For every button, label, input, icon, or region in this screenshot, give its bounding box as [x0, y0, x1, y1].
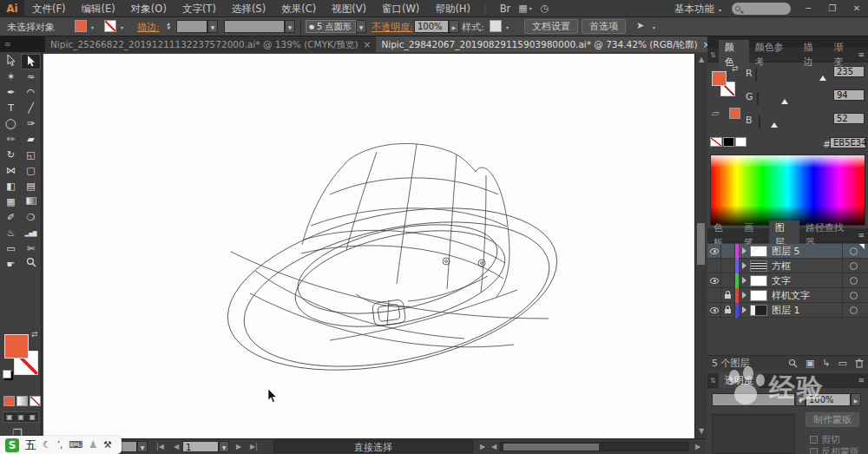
menu-view[interactable]: 视图(V) [324, 0, 374, 17]
artboard-number-input[interactable]: 1 [182, 441, 219, 452]
hand-tool[interactable]: ☛ [1, 257, 21, 273]
slice-tool[interactable]: ✄ [21, 241, 41, 257]
tab-close-icon[interactable]: × [364, 39, 372, 49]
cs-live-icon[interactable]: ◷ [541, 3, 549, 14]
mesh-tool[interactable]: ▦ [1, 194, 21, 210]
expand-arrow-icon[interactable] [742, 292, 746, 299]
visibility-toggle[interactable] [707, 288, 721, 303]
layer-name[interactable]: 图层 5 [772, 245, 800, 258]
minimize-button[interactable]: ─ [799, 0, 818, 17]
visibility-toggle[interactable] [707, 273, 721, 288]
ime-mode-label[interactable]: 五 [25, 438, 36, 453]
fill-color-swatch[interactable] [75, 20, 87, 32]
stroke-color-swatch[interactable] [104, 20, 116, 32]
tab-transparency[interactable]: 透明度 [719, 373, 760, 388]
opacity-input[interactable]: 100% [414, 20, 449, 33]
hat-wireframe-artwork[interactable] [200, 122, 582, 382]
layer-name[interactable]: 图层 1 [772, 304, 800, 317]
curvature-tool[interactable]: ◠ [21, 85, 41, 101]
draw-normal-icon[interactable]: ▣ [6, 413, 13, 421]
style-swatch[interactable] [490, 20, 502, 32]
first-artboard-icon[interactable]: |◀ [153, 443, 168, 451]
scale-tool[interactable]: ◱ [21, 148, 41, 163]
menu-type[interactable]: 文字(T) [174, 0, 224, 17]
scroll-down-icon[interactable]: ▼ [695, 427, 707, 435]
menu-help[interactable]: 帮助(H) [427, 0, 478, 17]
brush-dropdown-icon[interactable]: ▼ [356, 20, 366, 33]
profile-dropdown-icon[interactable]: ▼ [285, 20, 295, 33]
document-tab-active[interactable]: Nipic_29842067_20190829115903980000.ai* … [376, 36, 715, 52]
arrange-dropdown-icon[interactable]: ▾ [529, 5, 532, 11]
pencil-tool[interactable]: ✏ [1, 132, 21, 148]
ime-keyboard-icon[interactable]: ⌨ [69, 439, 82, 451]
horizontal-scroll-thumb[interactable] [503, 444, 599, 451]
layer-target[interactable] [842, 259, 865, 273]
profile-select[interactable] [224, 20, 285, 33]
stroke-weight-select[interactable] [176, 20, 207, 33]
none-swatch[interactable] [710, 137, 722, 147]
color-mode-button[interactable] [3, 396, 15, 406]
transparency-opacity-dropdown-icon[interactable]: ▶ [851, 393, 861, 406]
type-tool[interactable]: T [1, 101, 21, 116]
layer-target[interactable] [842, 244, 865, 259]
style-dropdown-icon[interactable]: ▾ [506, 24, 509, 30]
zoom-dropdown-icon[interactable]: ▼ [137, 441, 148, 452]
draw-inside-icon[interactable]: ▣ [30, 413, 36, 421]
make-mask-button[interactable]: 制作蒙版 [806, 412, 859, 427]
b-slider[interactable] [759, 115, 760, 128]
white-swatch[interactable] [735, 137, 746, 147]
opacity-panel-link[interactable]: 不透明度: [372, 21, 413, 34]
workspace-switcher[interactable]: 基本功能 [667, 0, 722, 17]
layer-name[interactable]: 文字 [772, 274, 791, 287]
restore-button[interactable]: ❐ [823, 0, 842, 17]
fill-proxy-swatch[interactable] [4, 334, 29, 359]
ime-wrench-icon[interactable]: ⚒ [103, 439, 112, 451]
visibility-toggle[interactable] [707, 303, 721, 318]
layer-name[interactable]: 方框 [772, 260, 791, 273]
g-slider-thumb[interactable] [781, 99, 788, 104]
visibility-toggle[interactable] [707, 259, 721, 273]
stroke-panel-link[interactable]: 描边: [137, 21, 160, 34]
hscroll-left-icon[interactable]: ◀ [488, 443, 500, 451]
black-swatch[interactable] [723, 137, 734, 147]
panel-menu-icon[interactable]: ≡ [858, 50, 868, 59]
layer-row[interactable]: 样机文字 [707, 288, 868, 303]
color-swap-icon[interactable]: ⇄ [732, 64, 739, 73]
clipping-mask-icon[interactable]: ▣ [806, 358, 814, 369]
blend-mode-select[interactable] [712, 393, 795, 406]
lock-toggle[interactable] [721, 288, 735, 303]
select-similar-dropdown-icon[interactable]: ▾ [653, 24, 655, 30]
fill-dropdown-icon[interactable]: ▾ [91, 24, 94, 30]
vertical-scrollbar[interactable]: ▲ ▼ [694, 54, 706, 438]
layer-target[interactable] [842, 273, 865, 288]
last-color-swatch[interactable] [729, 108, 740, 119]
layer-target[interactable] [842, 303, 865, 318]
ellipse-tool[interactable]: ◯ [1, 116, 21, 132]
expand-arrow-icon[interactable] [742, 247, 746, 254]
direct-selection-tool[interactable] [21, 54, 41, 69]
line-tool[interactable]: ╱ [21, 101, 41, 116]
eraser-tool[interactable]: ▰ [21, 132, 41, 148]
new-sublayer-icon[interactable]: ↳ [822, 358, 830, 369]
tabbar-collapse-icon[interactable]: ≡ [0, 36, 45, 52]
shape-builder-tool[interactable]: ◧ [1, 179, 21, 194]
lock-toggle[interactable] [721, 244, 735, 259]
stroke-weight-stepper[interactable]: ▲▼ [167, 22, 170, 30]
stepper-down-icon[interactable]: ▼ [167, 26, 170, 30]
free-transform-tool[interactable]: ▢ [21, 163, 41, 179]
magic-wand-tool[interactable]: ✶ [1, 69, 21, 85]
selection-tool[interactable] [1, 54, 21, 69]
blend-tool[interactable]: ❍ [21, 210, 41, 226]
panel-menu-icon[interactable]: ≡ [858, 376, 868, 385]
canvas[interactable] [43, 54, 694, 438]
default-fill-stroke-icon[interactable] [3, 370, 11, 378]
visibility-toggle[interactable] [707, 244, 721, 259]
symbol-sprayer-tool[interactable]: ♨ [1, 226, 21, 241]
panel-menu-icon[interactable]: ≡ [858, 231, 868, 240]
locate-object-icon[interactable] [788, 359, 798, 368]
layer-target[interactable] [842, 288, 865, 303]
preferences-button[interactable]: 首选项 [582, 19, 626, 34]
g-slider[interactable] [757, 92, 759, 105]
expand-arrow-icon[interactable] [742, 262, 746, 269]
transparency-opacity-input[interactable]: 100% [806, 393, 851, 406]
